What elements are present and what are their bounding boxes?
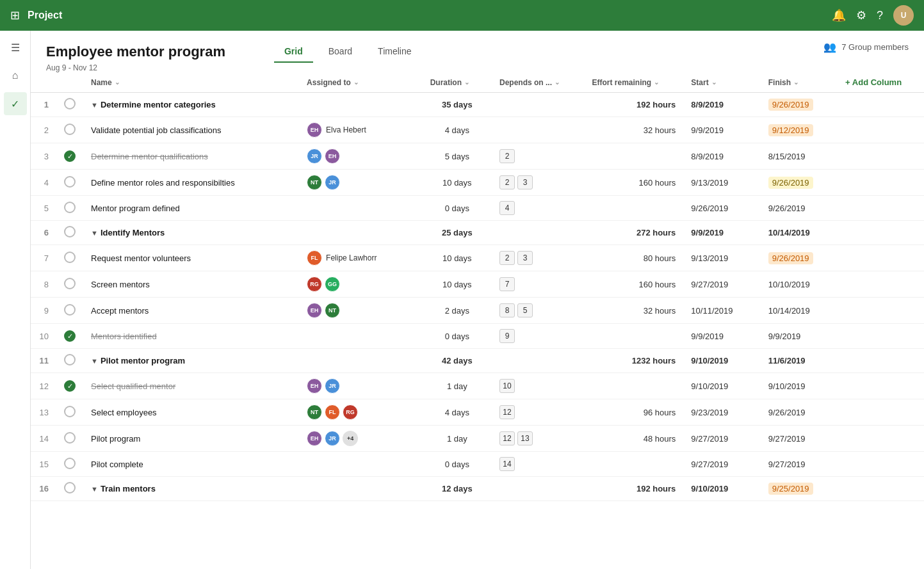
task-name-cell[interactable]: Pilot complete [83,452,299,477]
assignee-avatar[interactable]: RG [343,405,358,420]
dependency-badge[interactable]: 13 [517,431,533,445]
collapse-arrow-icon[interactable]: ▼ [91,229,98,237]
collapse-arrow-icon[interactable]: ▼ [91,357,98,365]
assignee-avatar[interactable]: EH [307,431,322,446]
task-name-cell[interactable]: ▼Identify Mentors [83,221,299,245]
sidebar-check-icon[interactable]: ✓ [4,92,27,115]
assignee-avatar[interactable]: EH [307,303,322,318]
task-name-cell[interactable]: Accept mentors [83,298,299,324]
check-empty-icon[interactable] [64,278,76,289]
dependency-badge[interactable]: 5 [517,303,533,317]
assignee-avatar[interactable]: FL [325,405,340,420]
row-checkbox[interactable] [56,196,83,221]
assignee-avatar[interactable]: NT [307,175,322,190]
check-empty-icon[interactable] [64,406,76,417]
dependency-badge[interactable]: 2 [499,175,515,189]
task-name-cell[interactable]: Select qualified mentor [83,373,299,399]
group-members-label[interactable]: 7 Group members [841,42,909,52]
assignee-avatar[interactable]: EH [307,122,322,138]
task-name-cell[interactable]: Screen mentors [83,271,299,298]
row-checkbox[interactable] [56,349,83,373]
row-checkbox[interactable] [56,117,83,143]
bell-icon[interactable]: 🔔 [832,8,846,22]
check-done-icon[interactable]: ✓ [64,150,76,162]
dependency-badge[interactable]: 9 [499,329,515,343]
col-assigned[interactable]: Assigned to ⌄ [299,72,423,93]
assignee-avatar[interactable]: FL [307,250,322,266]
sidebar-menu-icon[interactable]: ☰ [4,36,27,59]
dependency-badge[interactable]: 4 [499,201,515,215]
assignee-avatar[interactable]: JR [325,431,340,446]
tab-grid[interactable]: Grid [274,41,313,63]
task-name-cell[interactable]: Mentors identified [83,324,299,349]
assignee-avatar[interactable]: JR [325,175,340,190]
assignee-avatar[interactable]: GG [325,276,340,292]
settings-icon[interactable]: ⚙ [856,8,866,22]
dependency-badge[interactable]: 14 [499,457,515,471]
task-name-cell[interactable]: Select employees [83,399,299,426]
task-name-cell[interactable]: Pilot program [83,426,299,452]
col-add[interactable]: + Add Column [838,72,924,93]
check-empty-icon[interactable] [64,482,76,493]
row-checkbox[interactable] [56,221,83,245]
dependency-badge[interactable]: 3 [517,251,533,265]
row-checkbox[interactable] [56,93,83,117]
collapse-arrow-icon[interactable]: ▼ [91,485,98,493]
check-empty-icon[interactable] [64,354,76,365]
check-empty-icon[interactable] [64,252,76,263]
row-checkbox[interactable] [56,298,83,324]
task-name-cell[interactable]: ▼Pilot mentor program [83,349,299,373]
task-name-cell[interactable]: ▼Train mentors [83,477,299,501]
assignee-avatar[interactable]: EH [325,148,340,164]
task-name-cell[interactable]: Request mentor volunteers [83,245,299,271]
task-name-cell[interactable]: Define mentor roles and responsibilties [83,170,299,196]
sidebar-home-icon[interactable]: ⌂ [4,64,27,87]
assignee-avatar[interactable]: RG [307,276,322,292]
dependency-badge[interactable]: 2 [499,149,515,163]
collapse-arrow-icon[interactable]: ▼ [91,101,98,109]
tab-board[interactable]: Board [318,41,362,63]
col-finish[interactable]: Finish ⌄ [761,72,838,93]
row-checkbox[interactable] [56,477,83,501]
row-checkbox[interactable]: ✓ [56,143,83,170]
assignee-avatar[interactable]: JR [307,148,322,164]
assignee-avatar[interactable]: NT [325,303,340,318]
col-effort[interactable]: Effort remaining ⌄ [584,72,683,93]
check-empty-icon[interactable] [64,458,76,469]
col-duration[interactable]: Duration ⌄ [423,72,492,93]
row-checkbox[interactable] [56,426,83,452]
check-empty-icon[interactable] [64,202,76,213]
row-checkbox[interactable] [56,452,83,477]
task-name-cell[interactable]: Validate potential job classifications [83,117,299,143]
app-grid-icon[interactable]: ⊞ [10,8,20,22]
row-checkbox[interactable] [56,245,83,271]
row-checkbox[interactable] [56,271,83,298]
dependency-badge[interactable]: 10 [499,379,515,393]
col-start[interactable]: Start ⌄ [683,72,760,93]
col-depends[interactable]: Depends on ... ⌄ [492,72,584,93]
col-name[interactable]: Name ⌄ [83,72,299,93]
check-empty-icon[interactable] [64,98,76,109]
dependency-badge[interactable]: 8 [499,303,515,317]
dependency-badge[interactable]: 7 [499,277,515,291]
dependency-badge[interactable]: 3 [517,175,533,189]
assignee-avatar[interactable]: NT [307,405,322,420]
check-done-icon[interactable]: ✓ [64,380,76,392]
check-empty-icon[interactable] [64,176,76,188]
dependency-badge[interactable]: 2 [499,251,515,265]
row-checkbox[interactable]: ✓ [56,373,83,399]
row-checkbox[interactable] [56,399,83,426]
check-empty-icon[interactable] [64,226,76,237]
tab-timeline[interactable]: Timeline [368,41,421,63]
dependency-badge[interactable]: 12 [499,405,515,419]
assignee-avatar[interactable]: EH [307,378,322,394]
dependency-badge[interactable]: 12 [499,431,515,445]
task-name-cell[interactable]: Mentor program defined [83,196,299,221]
check-done-icon[interactable]: ✓ [64,330,76,342]
row-checkbox[interactable] [56,170,83,196]
help-icon[interactable]: ? [877,9,883,22]
assignee-avatar[interactable]: JR [325,378,340,394]
check-empty-icon[interactable] [64,432,76,444]
check-empty-icon[interactable] [64,124,76,135]
task-name-cell[interactable]: ▼Determine mentor categories [83,93,299,117]
